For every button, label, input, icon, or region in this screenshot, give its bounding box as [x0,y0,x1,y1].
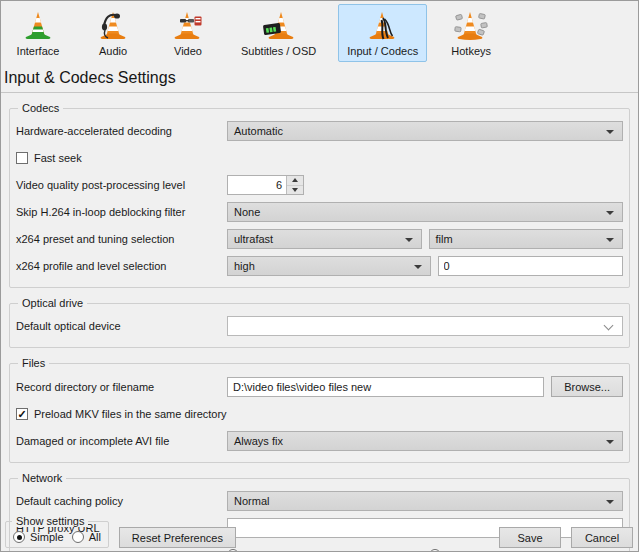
tab-hotkeys-label: Hotkeys [451,45,491,57]
reset-preferences-button[interactable]: Reset Preferences [119,527,236,548]
show-settings-title: Show settings [12,515,88,527]
x264-tuning-select[interactable]: film [429,229,624,249]
dropdown-arrow-icon [606,500,614,504]
skip-deblocking-value: None [234,206,260,218]
cancel-button[interactable]: Cancel [571,527,633,548]
radio-selected-icon [13,531,25,543]
group-codecs: Codecs Hardware-accelerated decoding Aut… [9,108,630,288]
damaged-avi-value: Always fix [234,435,283,447]
page-title: Input & Codecs Settings [4,69,176,86]
x264-profile-value: high [234,260,255,272]
record-directory-label: Record directory or filename [16,381,227,393]
row-post-processing: Video quality post-processing level 6 [16,175,623,195]
group-optical-title: Optical drive [18,297,87,309]
tab-interface-label: Interface [17,45,60,57]
audio-icon [96,10,130,42]
fast-seek-label: Fast seek [34,152,82,164]
default-optical-device-combo[interactable] [227,316,623,336]
row-damaged-avi: Damaged or incomplete AVI file Always fi… [16,431,623,451]
tab-audio[interactable]: Audio [82,4,144,62]
dropdown-arrow-icon [606,238,614,242]
dropdown-arrow-icon [606,211,614,215]
chevron-down-icon [604,321,614,331]
preferences-window: Interface Audio [0,0,639,552]
row-x264-profile: x264 profile and level selection high [16,256,623,276]
input-codecs-icon [366,10,400,42]
row-record-directory: Record directory or filename Browse... [16,376,623,397]
tab-hotkeys[interactable]: Hotkeys [440,4,502,62]
group-network-title: Network [18,472,66,484]
hardware-decoding-select[interactable]: Automatic [227,121,623,141]
post-processing-spinner[interactable]: 6 [227,175,304,195]
x264-preset-select[interactable]: ultrafast [227,229,422,249]
preload-mkv-label: Preload MKV files in the same directory [34,408,227,420]
skip-deblocking-select[interactable]: None [227,202,623,222]
post-processing-label: Video quality post-processing level [16,179,227,191]
post-processing-value: 6 [228,176,286,194]
spinner-up-icon[interactable] [287,176,303,185]
tab-interface[interactable]: Interface [7,4,69,62]
default-optical-device-label: Default optical device [16,320,227,332]
show-settings-group: Show settings Simple All [5,521,109,548]
tab-video-label: Video [174,45,202,57]
fast-seek-checkbox[interactable]: Fast seek [16,152,82,164]
category-toolbar: Interface Audio [1,1,638,62]
dropdown-arrow-icon [606,440,614,444]
show-settings-simple-radio[interactable]: Simple [13,531,64,543]
row-fast-seek: Fast seek [16,148,623,168]
x264-preset-value: ultrafast [234,233,273,245]
row-caching-policy: Default caching policy Normal [16,491,623,511]
interface-icon [21,10,55,42]
tab-input-codecs-label: Input / Codecs [347,45,418,57]
group-files: Files Record directory or filename Brows… [9,363,630,463]
dropdown-arrow-icon [606,130,614,134]
group-files-title: Files [18,357,49,369]
radio-icon [72,531,84,543]
hardware-decoding-label: Hardware-accelerated decoding [16,125,227,137]
record-directory-input[interactable] [227,377,544,397]
hardware-decoding-value: Automatic [234,125,283,137]
subtitles-osd-icon [262,10,296,42]
skip-deblocking-label: Skip H.264 in-loop deblocking filter [16,206,227,218]
checkbox-checked-icon [16,408,28,420]
tab-video[interactable]: Video [157,4,219,62]
settings-content: Codecs Hardware-accelerated decoding Aut… [1,108,638,552]
row-hardware-decoding: Hardware-accelerated decoding Automatic [16,121,623,141]
tab-input-codecs[interactable]: Input / Codecs [338,4,427,62]
row-default-optical-device: Default optical device [16,316,623,336]
caching-policy-label: Default caching policy [16,495,227,507]
spinner-down-icon[interactable] [287,185,303,195]
show-settings-all-label: All [89,531,101,543]
checkbox-icon [16,152,28,164]
caching-policy-value: Normal [234,495,269,507]
preload-mkv-checkbox[interactable]: Preload MKV files in the same directory [16,408,227,420]
caching-policy-select[interactable]: Normal [227,491,623,511]
spinner-buttons[interactable] [286,176,303,194]
damaged-avi-select[interactable]: Always fix [227,431,623,451]
row-skip-deblocking: Skip H.264 in-loop deblocking filter Non… [16,202,623,222]
group-codecs-title: Codecs [18,102,63,114]
dropdown-arrow-icon [414,265,422,269]
tab-subtitles-osd[interactable]: Subtitles / OSD [232,4,325,62]
dropdown-arrow-icon [405,238,413,242]
save-button[interactable]: Save [499,527,561,548]
footer-bar: Show settings Simple All Reset Preferenc… [5,521,633,548]
show-settings-all-radio[interactable]: All [72,531,101,543]
tab-audio-label: Audio [99,45,127,57]
x264-profile-select[interactable]: high [227,256,431,276]
damaged-avi-label: Damaged or incomplete AVI file [16,435,227,447]
page-title-separator: Input & Codecs Settings [1,62,638,93]
browse-button[interactable]: Browse... [551,376,623,397]
row-preload-mkv: Preload MKV files in the same directory [16,404,623,424]
row-x264-preset: x264 preset and tuning selection ultrafa… [16,229,623,249]
x264-tuning-value: film [436,233,453,245]
x264-preset-label: x264 preset and tuning selection [16,233,227,245]
x264-profile-label: x264 profile and level selection [16,260,227,272]
video-icon [171,10,205,42]
show-settings-simple-label: Simple [30,531,64,543]
group-optical-drive: Optical drive Default optical device [9,303,630,348]
x264-level-input[interactable] [438,256,624,276]
tab-subtitles-osd-label: Subtitles / OSD [241,45,316,57]
hotkeys-icon [454,10,488,42]
